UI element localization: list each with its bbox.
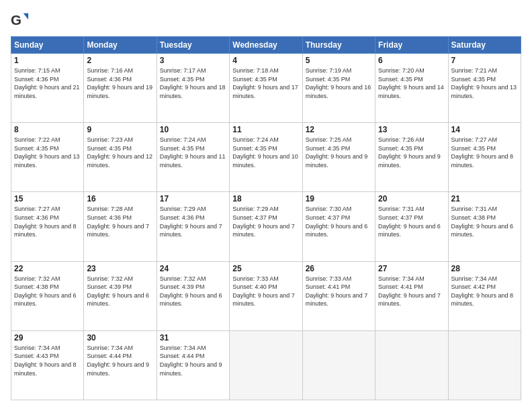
day-number: 7	[451, 56, 518, 65]
calendar-cell: 3Sunrise: 7:17 AMSunset: 4:35 PMDaylight…	[157, 54, 229, 123]
calendar-cell: 22Sunrise: 7:32 AMSunset: 4:38 PMDayligh…	[11, 261, 84, 330]
day-info: Sunrise: 7:26 AMSunset: 4:35 PMDaylight:…	[378, 136, 445, 169]
calendar-cell: 14Sunrise: 7:27 AMSunset: 4:35 PMDayligh…	[448, 123, 521, 192]
svg-marker-1	[24, 13, 28, 19]
calendar-cell: 30Sunrise: 7:34 AMSunset: 4:44 PMDayligh…	[84, 330, 157, 400]
day-number: 18	[232, 194, 299, 203]
calendar-table: SundayMondayTuesdayWednesdayThursdayFrid…	[11, 36, 521, 400]
day-number: 21	[451, 194, 518, 203]
calendar-cell: 8Sunrise: 7:22 AMSunset: 4:35 PMDaylight…	[11, 123, 84, 192]
calendar-week-5: 29Sunrise: 7:34 AMSunset: 4:43 PMDayligh…	[11, 330, 521, 400]
calendar-cell: 17Sunrise: 7:29 AMSunset: 4:36 PMDayligh…	[157, 192, 229, 261]
day-info: Sunrise: 7:19 AMSunset: 4:35 PMDaylight:…	[306, 66, 372, 100]
day-info: Sunrise: 7:34 AMSunset: 4:42 PMDaylight:…	[451, 275, 518, 308]
day-info: Sunrise: 7:33 AMSunset: 4:41 PMDaylight:…	[306, 275, 372, 308]
day-info: Sunrise: 7:31 AMSunset: 4:38 PMDaylight:…	[451, 205, 518, 238]
day-number: 23	[87, 264, 153, 273]
calendar-header-wednesday: Wednesday	[230, 37, 302, 54]
day-info: Sunrise: 7:34 AMSunset: 4:44 PMDaylight:…	[160, 344, 226, 377]
day-number: 22	[14, 264, 81, 273]
day-number: 4	[232, 56, 299, 65]
day-number: 14	[451, 125, 518, 134]
day-number: 3	[160, 56, 226, 65]
day-info: Sunrise: 7:21 AMSunset: 4:35 PMDaylight:…	[451, 66, 518, 100]
day-number: 8	[14, 125, 81, 134]
calendar-cell: 2Sunrise: 7:16 AMSunset: 4:36 PMDaylight…	[84, 54, 157, 123]
day-info: Sunrise: 7:25 AMSunset: 4:35 PMDaylight:…	[306, 136, 372, 169]
calendar-header-friday: Friday	[375, 37, 448, 54]
logo-icon: G	[11, 11, 30, 30]
day-info: Sunrise: 7:24 AMSunset: 4:35 PMDaylight:…	[160, 136, 226, 169]
day-number: 28	[451, 264, 518, 273]
day-number: 17	[160, 194, 226, 203]
calendar-week-1: 1Sunrise: 7:15 AMSunset: 4:36 PMDaylight…	[11, 54, 521, 123]
calendar-cell: 18Sunrise: 7:29 AMSunset: 4:37 PMDayligh…	[230, 192, 302, 261]
calendar-cell: 21Sunrise: 7:31 AMSunset: 4:38 PMDayligh…	[448, 192, 521, 261]
day-number: 29	[14, 333, 81, 342]
day-info: Sunrise: 7:22 AMSunset: 4:35 PMDaylight:…	[14, 136, 81, 169]
calendar-week-4: 22Sunrise: 7:32 AMSunset: 4:38 PMDayligh…	[11, 261, 521, 330]
calendar-cell: 11Sunrise: 7:24 AMSunset: 4:35 PMDayligh…	[230, 123, 302, 192]
day-info: Sunrise: 7:27 AMSunset: 4:35 PMDaylight:…	[451, 136, 518, 169]
calendar-cell	[448, 330, 521, 400]
calendar-cell: 29Sunrise: 7:34 AMSunset: 4:43 PMDayligh…	[11, 330, 84, 400]
calendar-cell: 20Sunrise: 7:31 AMSunset: 4:37 PMDayligh…	[375, 192, 448, 261]
day-info: Sunrise: 7:15 AMSunset: 4:36 PMDaylight:…	[14, 66, 81, 100]
calendar-header-saturday: Saturday	[448, 37, 521, 54]
calendar-cell: 9Sunrise: 7:23 AMSunset: 4:35 PMDaylight…	[84, 123, 157, 192]
day-info: Sunrise: 7:32 AMSunset: 4:39 PMDaylight:…	[160, 275, 226, 308]
day-info: Sunrise: 7:16 AMSunset: 4:36 PMDaylight:…	[87, 66, 153, 100]
svg-text:G: G	[11, 12, 21, 28]
calendar-cell: 24Sunrise: 7:32 AMSunset: 4:39 PMDayligh…	[157, 261, 229, 330]
calendar-cell: 5Sunrise: 7:19 AMSunset: 4:35 PMDaylight…	[302, 54, 375, 123]
calendar-cell: 6Sunrise: 7:20 AMSunset: 4:35 PMDaylight…	[375, 54, 448, 123]
day-number: 26	[306, 264, 372, 273]
day-info: Sunrise: 7:20 AMSunset: 4:35 PMDaylight:…	[378, 66, 445, 100]
header: G	[11, 11, 521, 30]
calendar-cell	[302, 330, 375, 400]
calendar-cell: 10Sunrise: 7:24 AMSunset: 4:35 PMDayligh…	[157, 123, 229, 192]
day-info: Sunrise: 7:34 AMSunset: 4:41 PMDaylight:…	[378, 275, 445, 308]
day-info: Sunrise: 7:34 AMSunset: 4:44 PMDaylight:…	[87, 344, 153, 377]
calendar-cell: 12Sunrise: 7:25 AMSunset: 4:35 PMDayligh…	[302, 123, 375, 192]
day-info: Sunrise: 7:17 AMSunset: 4:35 PMDaylight:…	[160, 66, 226, 100]
day-info: Sunrise: 7:28 AMSunset: 4:36 PMDaylight:…	[87, 205, 153, 238]
day-number: 9	[87, 125, 153, 134]
calendar-cell: 25Sunrise: 7:33 AMSunset: 4:40 PMDayligh…	[230, 261, 302, 330]
day-number: 13	[378, 125, 445, 134]
calendar-cell: 19Sunrise: 7:30 AMSunset: 4:37 PMDayligh…	[302, 192, 375, 261]
day-info: Sunrise: 7:33 AMSunset: 4:40 PMDaylight:…	[232, 275, 299, 308]
day-number: 11	[232, 125, 299, 134]
day-number: 1	[14, 56, 81, 65]
day-number: 15	[14, 194, 81, 203]
day-info: Sunrise: 7:24 AMSunset: 4:35 PMDaylight:…	[232, 136, 299, 169]
calendar-cell	[375, 330, 448, 400]
logo: G	[11, 11, 32, 30]
calendar-cell: 26Sunrise: 7:33 AMSunset: 4:41 PMDayligh…	[302, 261, 375, 330]
day-number: 2	[87, 56, 153, 65]
calendar-cell: 16Sunrise: 7:28 AMSunset: 4:36 PMDayligh…	[84, 192, 157, 261]
day-info: Sunrise: 7:32 AMSunset: 4:38 PMDaylight:…	[14, 275, 81, 308]
calendar-cell: 23Sunrise: 7:32 AMSunset: 4:39 PMDayligh…	[84, 261, 157, 330]
day-number: 6	[378, 56, 445, 65]
day-number: 12	[306, 125, 372, 134]
calendar-cell: 1Sunrise: 7:15 AMSunset: 4:36 PMDaylight…	[11, 54, 84, 123]
calendar-cell: 7Sunrise: 7:21 AMSunset: 4:35 PMDaylight…	[448, 54, 521, 123]
day-number: 30	[87, 333, 153, 342]
day-info: Sunrise: 7:23 AMSunset: 4:35 PMDaylight:…	[87, 136, 153, 169]
day-number: 19	[306, 194, 372, 203]
day-number: 24	[160, 264, 226, 273]
calendar-cell: 4Sunrise: 7:18 AMSunset: 4:35 PMDaylight…	[230, 54, 302, 123]
day-number: 5	[306, 56, 372, 65]
day-info: Sunrise: 7:27 AMSunset: 4:36 PMDaylight:…	[14, 205, 81, 238]
calendar-cell: 15Sunrise: 7:27 AMSunset: 4:36 PMDayligh…	[11, 192, 84, 261]
day-info: Sunrise: 7:29 AMSunset: 4:36 PMDaylight:…	[160, 205, 226, 238]
day-info: Sunrise: 7:31 AMSunset: 4:37 PMDaylight:…	[378, 205, 445, 238]
calendar-header-tuesday: Tuesday	[157, 37, 229, 54]
calendar-header-monday: Monday	[84, 37, 157, 54]
calendar-cell: 27Sunrise: 7:34 AMSunset: 4:41 PMDayligh…	[375, 261, 448, 330]
day-number: 16	[87, 194, 153, 203]
calendar-header-sunday: Sunday	[11, 37, 84, 54]
calendar-page: G SundayMondayTuesdayWednesdayThursdayFr…	[0, 0, 532, 411]
calendar-cell: 13Sunrise: 7:26 AMSunset: 4:35 PMDayligh…	[375, 123, 448, 192]
